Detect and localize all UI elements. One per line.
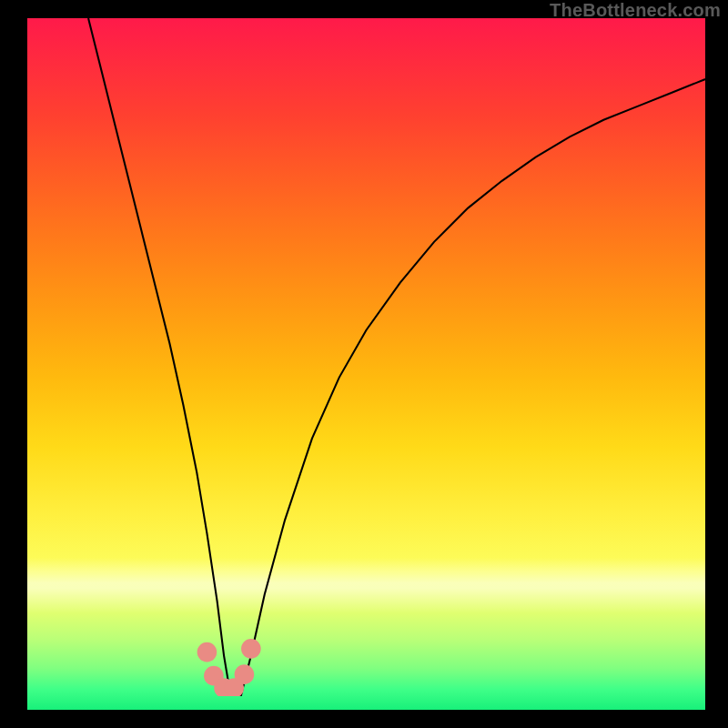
markers-group: [197, 639, 261, 696]
marker-dot: [241, 639, 261, 659]
plot-area: [27, 18, 705, 710]
marker-dot: [235, 664, 255, 684]
marker-dot: [197, 642, 217, 662]
curve-layer: [27, 18, 705, 696]
bottleneck-curve-path: [88, 18, 705, 696]
watermark-text: TheBottleneck.com: [550, 0, 721, 21]
chart-frame: TheBottleneck.com: [0, 0, 728, 728]
